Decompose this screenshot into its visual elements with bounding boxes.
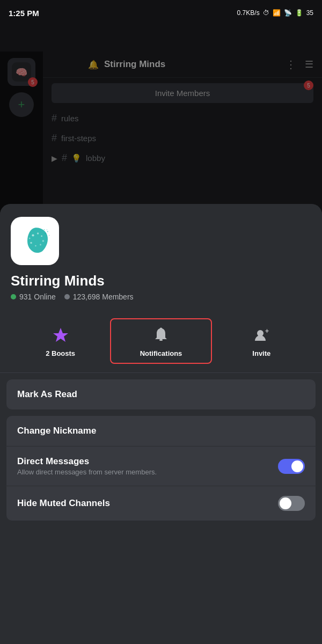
header-badge: 5 [304,80,313,90]
add-server-button[interactable]: + [9,92,34,117]
server-icon-avatar: 🧠 5 [8,58,35,86]
mark-as-read-label: Mark As Read [17,389,77,400]
online-count: 931 Online [19,292,56,301]
wifi-icon: 📡 [284,9,292,17]
server-name: Stirring Minds [11,273,311,289]
svg-rect-17 [159,339,163,341]
mark-as-read-item[interactable]: Mark As Read [6,379,316,409]
svg-point-9 [30,242,32,244]
direct-messages-text: Direct Messages Allow direct messages fr… [17,456,157,476]
notifications-button[interactable]: Notifications [110,318,211,364]
clock-icon: ⏱ [263,9,269,17]
battery-level: 35 [306,9,313,17]
boosts-button[interactable]: 2 Boosts [11,318,110,364]
bottom-sheet: Stirring Minds 931 Online 123,698 Member… [0,204,322,644]
toggle-thumb [280,497,291,509]
menu-sections-wrapper: Mark As Read Change Nickname Direct Mess… [0,379,322,542]
svg-text:+: + [265,327,269,335]
svg-point-5 [41,236,42,237]
online-stat: 931 Online [11,292,56,301]
channel-lobby[interactable]: ▶ # 💡 lobby [43,148,322,168]
invite-icon-container: + [251,325,272,346]
boost-icon-container [50,325,71,346]
direct-messages-sublabel: Allow direct messages from server member… [17,468,157,476]
mark-as-read-section: Mark As Read [6,379,316,409]
channel-emoji: 💡 [71,153,82,163]
svg-point-4 [37,232,39,235]
direct-messages-toggle[interactable] [278,459,305,474]
settings-section: Change Nickname Direct Messages Allow di… [6,416,316,521]
svg-point-12 [47,231,48,232]
direct-messages-item[interactable]: Direct Messages Allow direct messages fr… [6,447,316,486]
invite-members-button[interactable]: Invite Members [52,83,313,103]
status-bar: 1:25 PM 0.7KB/s ⏱ 📶 📡 🔋 35 [0,0,322,26]
svg-point-14 [47,229,48,230]
hide-muted-channels-toggle[interactable] [278,496,305,511]
hash-icon: # [52,113,57,124]
svg-point-6 [42,240,45,242]
svg-point-13 [49,235,49,236]
direct-messages-label: Direct Messages [17,456,157,467]
online-dot [11,294,16,299]
svg-point-11 [45,233,46,235]
svg-text:🧠: 🧠 [16,67,28,78]
svg-point-7 [40,244,41,246]
svg-point-18 [159,328,162,331]
invite-label: Invite [252,349,270,357]
header-server-name: Stirring Minds [104,59,286,70]
toggle-thumb [291,460,303,472]
network-speed: 0.7KB/s [237,9,260,17]
mute-icon: 🔔 [88,60,99,70]
members-count: 123,698 Members [73,292,134,301]
svg-point-15 [43,229,45,230]
action-row: 2 Boosts Notifications + In [0,310,322,373]
hide-muted-channels-item[interactable]: Hide Muted Channels [6,486,316,521]
svg-point-8 [35,245,36,247]
channel-first-steps[interactable]: # first-steps [43,128,322,148]
battery-icon: 🔋 [295,9,303,17]
more-options-icon[interactable]: ⋮ [286,58,296,71]
server-logo [11,217,59,265]
change-nickname-item[interactable]: Change Nickname [6,416,316,447]
server-stats: 931 Online 123,698 Members [11,292,311,301]
channel-name: rules [61,114,79,123]
hamburger-icon[interactable]: ☰ [305,58,313,70]
hide-muted-channels-label: Hide Muted Channels [17,498,110,509]
members-dot [64,294,70,299]
invite-button[interactable]: + Invite [212,318,311,364]
invite-icon: + [253,327,270,344]
bell-icon [152,327,170,344]
expand-icon: ▶ [52,154,57,163]
channel-header: 🔔 Stirring Minds ⋮ ☰ 5 [43,52,322,78]
svg-marker-16 [53,328,68,342]
channel-name: lobby [86,153,105,163]
bell-icon-container [150,325,172,346]
hash-icon: # [62,152,67,164]
notification-badge: 5 [28,77,38,87]
svg-point-10 [29,238,31,239]
notifications-label: Notifications [140,349,182,357]
channel-rules[interactable]: # rules [43,108,322,128]
signal-icon: 📶 [273,9,281,17]
hash-icon: # [52,133,57,144]
member-stat: 123,698 Members [64,292,134,301]
status-icons: 0.7KB/s ⏱ 📶 📡 🔋 35 [237,9,313,17]
channel-name: first-steps [61,134,96,143]
svg-point-3 [32,234,34,236]
boosts-label: 2 Boosts [46,349,75,357]
boost-icon [52,327,69,344]
server-profile-section: Stirring Minds 931 Online 123,698 Member… [0,204,322,310]
status-time: 1:25 PM [9,9,39,18]
change-nickname-label: Change Nickname [17,426,96,436]
